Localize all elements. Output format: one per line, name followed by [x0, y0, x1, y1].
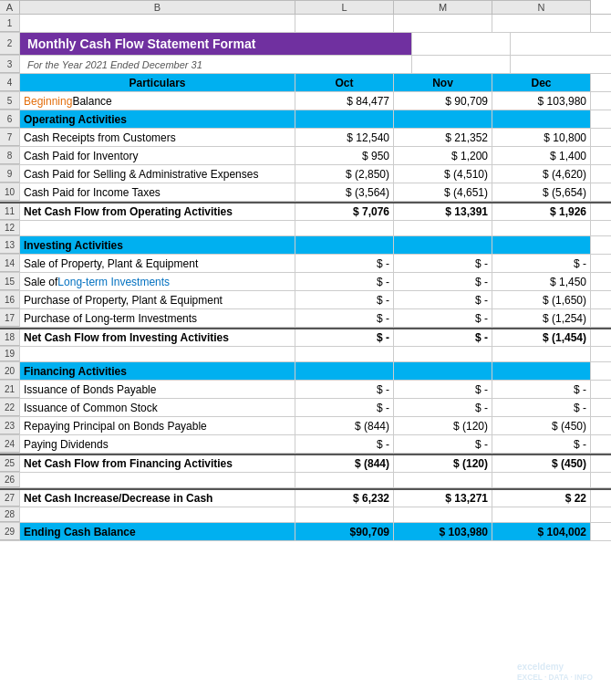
- col-header-m: M: [394, 0, 492, 14]
- beginning-oct: $ 84,477: [295, 92, 394, 110]
- cell-12n: [492, 221, 591, 235]
- issuance-common-label: Issuance of Common Stock: [20, 399, 295, 416]
- operating-header: Operating Activities: [20, 110, 295, 128]
- rownum-5: 5: [0, 92, 20, 110]
- financing-header-m: [394, 362, 492, 380]
- net-increase-label: Net Cash Increase/Decrease in Cash: [20, 490, 295, 507]
- cell-26n: [492, 473, 591, 487]
- rownum-2: 2: [0, 33, 20, 55]
- row-20: 20 Financing Activities: [0, 362, 611, 381]
- row-22: 22 Issuance of Common Stock $ - $ - $ -: [0, 399, 611, 417]
- row-1: 1: [0, 15, 611, 33]
- row-23: 23 Repaying Principal on Bonds Payable $…: [0, 417, 611, 435]
- rownum-1: 1: [0, 15, 20, 32]
- repaying-label: Repaying Principal on Bonds Payable: [20, 417, 295, 434]
- cash-selling-dec: $ (4,620): [492, 165, 591, 183]
- issuance-bonds-label: Issuance of Bonds Payable: [20, 381, 295, 398]
- row-2: 2 Monthly Cash Flow Statement Format: [0, 33, 611, 56]
- row-3: 3 For the Year 2021 Ended December 31: [0, 56, 611, 74]
- rownum-16: 16: [0, 291, 20, 308]
- rownum-15: 15: [0, 273, 20, 290]
- cell-28m: [394, 507, 492, 522]
- cash-selling-oct: $ (2,850): [295, 165, 394, 183]
- purchase-longterm-nov: $ -: [394, 309, 492, 327]
- rownum-26: 26: [0, 473, 20, 487]
- row-16: 16 Purchase of Property, Plant & Equipme…: [0, 291, 611, 309]
- rownum-18: 18: [0, 329, 20, 346]
- row-9: 9 Cash Paid for Selling & Administrative…: [0, 165, 611, 183]
- repaying-dec: $ (450): [492, 417, 591, 434]
- net-increase-oct: $ 6,232: [295, 490, 394, 507]
- net-increase-nov: $ 13,271: [394, 490, 492, 507]
- header-oct: Oct: [295, 74, 394, 91]
- sale-property-oct: $ -: [295, 255, 394, 272]
- sale-longterm-dec: $ 1,450: [492, 273, 591, 290]
- purchase-property-oct: $ -: [295, 291, 394, 308]
- sale-property-nov: $ -: [394, 255, 492, 272]
- row-26: 26: [0, 473, 611, 488]
- row-24: 24 Paying Dividends $ - $ - $ -: [0, 435, 611, 454]
- net-increase-dec: $ 22: [492, 490, 591, 507]
- cell-28n: [492, 507, 591, 522]
- rownum-23: 23: [0, 417, 20, 434]
- investing-header: Investing Activities: [20, 236, 295, 254]
- row-19: 19: [0, 347, 611, 362]
- row-18: 18 Net Cash Flow from Investing Activiti…: [0, 328, 611, 347]
- net-investing-nov: $ -: [394, 329, 492, 346]
- row-12: 12: [0, 221, 611, 236]
- purchase-longterm-oct: $ -: [295, 309, 394, 327]
- issuance-bonds-dec: $ -: [492, 381, 591, 398]
- cash-income-nov: $ (4,651): [394, 183, 492, 201]
- issuance-common-nov: $ -: [394, 399, 492, 416]
- col-header-a: A: [0, 0, 20, 14]
- purchase-property-label: Purchase of Property, Plant & Equipment: [20, 291, 295, 308]
- repaying-nov: $ (120): [394, 417, 492, 434]
- net-operating-oct: $ 7,076: [295, 204, 394, 220]
- cash-inventory-oct: $ 950: [295, 147, 394, 164]
- net-financing-oct: $ (844): [295, 455, 394, 472]
- purchase-longterm-dec: $ (1,254): [492, 309, 591, 327]
- financing-header: Financing Activities: [20, 362, 295, 380]
- title-cell: Monthly Cash Flow Statement Format: [20, 33, 412, 55]
- purchase-property-nov: $ -: [394, 291, 492, 308]
- cell-26m: [394, 473, 492, 487]
- financing-header-n: [492, 362, 591, 380]
- rownum-13: 13: [0, 236, 20, 254]
- longterm-text-blue: Long-term Investments: [57, 276, 170, 288]
- row-8: 8 Cash Paid for Inventory $ 950 $ 1,200 …: [0, 147, 611, 165]
- row-13: 13 Investing Activities: [0, 236, 611, 255]
- subtitle-cell: For the Year 2021 Ended December 31: [20, 56, 412, 73]
- rownum-6: 6: [0, 110, 20, 128]
- investing-header-n: [492, 236, 591, 254]
- repaying-oct: $ (844): [295, 417, 394, 434]
- cell-19m: [394, 347, 492, 361]
- row-29: 29 Ending Cash Balance $90,709 $ 103,980…: [0, 523, 611, 541]
- net-investing-label: Net Cash Flow from Investing Activities: [20, 329, 295, 346]
- issuance-bonds-oct: $ -: [295, 381, 394, 398]
- issuance-bonds-nov: $ -: [394, 381, 492, 398]
- operating-header-l: [295, 110, 394, 128]
- investing-header-m: [394, 236, 492, 254]
- cell-19b: [20, 347, 295, 361]
- rownum-21: 21: [0, 381, 20, 398]
- rownum-4: 4: [0, 74, 20, 91]
- rownum-3: 3: [0, 56, 20, 73]
- investing-header-l: [295, 236, 394, 254]
- row-25: 25 Net Cash Flow from Financing Activiti…: [0, 454, 611, 473]
- net-financing-nov: $ (120): [394, 455, 492, 472]
- net-financing-dec: $ (450): [492, 455, 591, 472]
- cash-income-label: Cash Paid for Income Taxes: [20, 183, 295, 201]
- rownum-10: 10: [0, 183, 20, 201]
- cash-inventory-dec: $ 1,400: [492, 147, 591, 164]
- cash-receipts-dec: $ 10,800: [492, 129, 591, 146]
- sale-longterm-oct: $ -: [295, 273, 394, 290]
- cash-receipts-nov: $ 21,352: [394, 129, 492, 146]
- rownum-12: 12: [0, 221, 20, 235]
- cell-19n: [492, 347, 591, 361]
- purchase-property-dec: $ (1,650): [492, 291, 591, 308]
- cell-2n: [412, 33, 511, 55]
- rownum-22: 22: [0, 399, 20, 416]
- net-operating-dec: $ 1,926: [492, 204, 591, 220]
- net-investing-oct: $ -: [295, 329, 394, 346]
- column-headers: A B L M N: [0, 0, 611, 15]
